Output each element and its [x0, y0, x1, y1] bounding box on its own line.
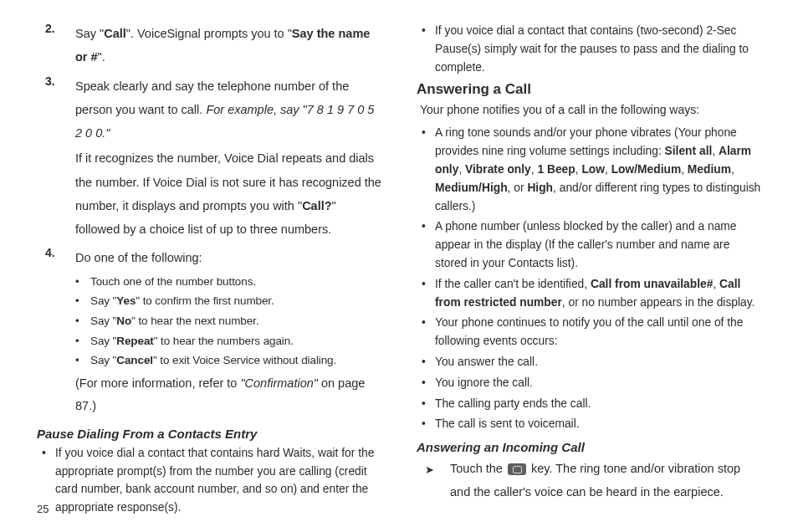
- list-item: •If you voice dial a contact that contai…: [417, 22, 761, 76]
- list-item: •If you voice dial a contact that contai…: [37, 444, 381, 517]
- page-number: 25: [37, 503, 49, 515]
- ordered-number: 4.: [37, 246, 75, 419]
- sub-list: •Touch one of the number buttons.•Say "Y…: [75, 272, 381, 371]
- ordered-body: Do one of the following:•Touch one of th…: [75, 246, 381, 419]
- list-item: •The call is sent to voicemail.: [417, 415, 761, 433]
- sub-item: •Say "Repeat" to hear the numbers again.: [75, 331, 381, 351]
- paragraph: If it recognizes the number, Voice Dial …: [75, 146, 381, 241]
- sub-item: •Say "No" to hear the next number.: [75, 311, 381, 331]
- list-item: •A ring tone sounds and/or your phone vi…: [417, 124, 761, 215]
- right-column: •If you voice dial a contact that contai…: [417, 22, 761, 519]
- arrow-body: Touch the key. The ring tone and/or vibr…: [450, 458, 761, 504]
- sub-item: •Say "Cancel" to exit Voice Service with…: [75, 350, 381, 371]
- answering-list: •A ring tone sounds and/or your phone vi…: [417, 124, 761, 433]
- list-item: •You answer the call.: [417, 353, 761, 371]
- list-item: •Your phone continues to notify you of t…: [417, 314, 761, 350]
- sub-item: •Say "Yes" to confirm the first number.: [75, 291, 381, 311]
- ordered-item: 2.Say "Call". VoiceSignal prompts you to…: [37, 22, 381, 71]
- heading-answering-incoming: Answering an Incoming Call: [417, 440, 761, 454]
- sub-item: •Touch one of the number buttons.: [75, 272, 381, 292]
- heading-answering-call: Answering a Call: [417, 81, 761, 98]
- list-item: •A phone number (unless blocked by the c…: [417, 217, 761, 272]
- paragraph: Do one of the following:: [75, 246, 381, 269]
- lead-text: Your phone notifies you of a call in the…: [420, 101, 761, 119]
- ordered-item: 4.Do one of the following:•Touch one of …: [37, 246, 381, 419]
- ordered-number: 3.: [37, 74, 75, 243]
- arrow-instruction: ➤ Touch the key. The ring tone and/or vi…: [417, 458, 761, 504]
- right-top-list: •If you voice dial a contact that contai…: [417, 22, 761, 76]
- pause-list: •If you voice dial a contact that contai…: [37, 444, 381, 517]
- heading-pause-dialing: Pause Dialing From a Contacts Entry: [37, 427, 381, 441]
- ordered-item: 3.Speak clearly and say the telephone nu…: [37, 74, 381, 243]
- arrow-icon: ➤: [417, 458, 450, 504]
- ordered-body: Speak clearly and say the telephone numb…: [75, 74, 381, 243]
- send-key-icon: [508, 463, 526, 475]
- paragraph: (For more information, refer to "Confirm…: [75, 372, 381, 418]
- arrow-pre: Touch the: [450, 462, 506, 475]
- ordered-number: 2.: [37, 22, 75, 71]
- paragraph: Speak clearly and say the telephone numb…: [75, 74, 381, 146]
- paragraph: Say "Call". VoiceSignal prompts you to "…: [75, 22, 381, 69]
- list-item: •You ignore the call.: [417, 374, 761, 392]
- page: 2.Say "Call". VoiceSignal prompts you to…: [0, 0, 798, 519]
- list-item: •If the caller can't be identified, Call…: [417, 275, 761, 312]
- left-column: 2.Say "Call". VoiceSignal prompts you to…: [37, 22, 381, 519]
- ordered-body: Say "Call". VoiceSignal prompts you to "…: [75, 22, 381, 71]
- list-item: •The calling party ends the call.: [417, 395, 761, 413]
